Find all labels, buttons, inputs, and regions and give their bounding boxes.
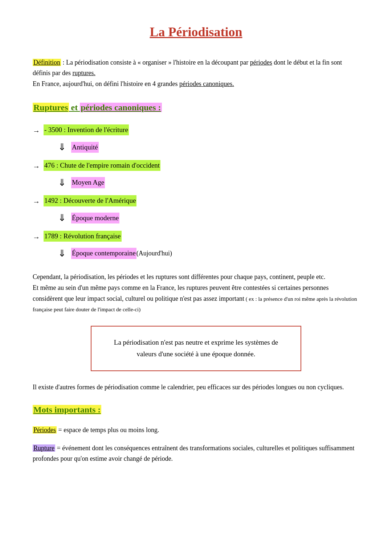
timeline-entry-3: → 1492 : Découverte de l'Amérique <box>33 195 359 208</box>
period-entry-2: ⇓ Moyen Age <box>58 175 359 190</box>
definition-entry-periodes: Périodes = espace de temps plus ou moins… <box>33 425 359 436</box>
definition-text-1: : La périodisation consiste à « organise… <box>61 59 250 66</box>
mots-heading-text: Mots importants : <box>33 405 101 414</box>
rupture-label-2: 476 : Chute de l'empire romain d'occiden… <box>44 160 160 171</box>
timeline-entry-1: → - 3500 : Invention de l'écriture <box>33 124 359 137</box>
rupture-label-1: - 3500 : Invention de l'écriture <box>44 124 129 135</box>
main-text-block: Cependant, la périodisation, les période… <box>33 272 359 315</box>
definition-text-periodes: = espace de temps plus ou moins long. <box>57 426 159 434</box>
down-arrow-icon-2: ⇓ <box>58 175 66 190</box>
other-forms: Il existe d'autres formes de périodisati… <box>33 382 359 393</box>
period-label-4: Époque contemporaine <box>71 248 136 259</box>
definition-word-rupture: Rupture <box>33 444 55 452</box>
mots-section: Mots importants : Périodes = espace de t… <box>33 403 359 464</box>
arrow-icon-1: → <box>33 125 40 137</box>
timeline-entry-2: → 476 : Chute de l'empire romain d'occid… <box>33 160 359 172</box>
line2-text: En France, aujourd'hui, on défini l'hist… <box>33 80 179 87</box>
period-suffix-4: (Aujourd'hui) <box>136 248 172 259</box>
page-title: La Périodisation <box>33 22 359 43</box>
section1-periodes-canoniques: périodes canoniques : <box>80 103 162 112</box>
period-entry-4: ⇓ Époque contemporaine (Aujourd'hui) <box>58 246 359 261</box>
periodes-word: périodes <box>250 59 272 66</box>
rupture-label-4: 1789 : Révolution française <box>44 231 122 242</box>
period-label-2: Moyen Age <box>71 177 105 188</box>
period-entry-1: ⇓ Antiquité <box>58 140 359 155</box>
down-arrow-icon-3: ⇓ <box>58 210 66 226</box>
down-arrow-icon-4: ⇓ <box>58 246 66 261</box>
section1-et: et <box>69 103 80 112</box>
definition-label: Définition <box>33 59 61 66</box>
period-label-3: Époque moderne <box>71 213 119 223</box>
arrow-icon-3: → <box>33 196 40 208</box>
quote-text: La périodisation n'est pas neutre et exp… <box>114 338 278 358</box>
ruptures-word: ruptures. <box>72 69 95 77</box>
definition-word-periodes: Périodes <box>33 426 57 434</box>
timeline-section: → - 3500 : Invention de l'écriture ⇓ Ant… <box>33 124 359 261</box>
definition-entry-rupture: Rupture = événement dont les conséquence… <box>33 443 359 464</box>
period-label-1: Antiquité <box>71 142 99 153</box>
section2-heading: Mots importants : <box>33 403 359 416</box>
quote-box: La périodisation n'est pas neutre et exp… <box>91 326 301 371</box>
intro-block: Définition : La périodisation consiste à… <box>33 57 359 90</box>
section1-ruptures: Ruptures <box>33 103 69 112</box>
definition-text-rupture: = événement dont les conséquences entraî… <box>33 444 355 463</box>
period-entry-3: ⇓ Époque moderne <box>58 210 359 226</box>
rupture-label-3: 1492 : Découverte de l'Amérique <box>44 195 136 206</box>
periodes-canoniques: périodes canoniques. <box>179 80 234 87</box>
arrow-icon-2: → <box>33 161 40 172</box>
main-paragraph-1: Cependant, la périodisation, les période… <box>33 272 359 283</box>
other-forms-text: Il existe d'autres formes de périodisati… <box>33 383 344 391</box>
arrow-icon-4: → <box>33 231 40 243</box>
down-arrow-icon-1: ⇓ <box>58 140 66 155</box>
section1-heading: Ruptures et périodes canoniques : <box>33 100 359 114</box>
timeline-entry-4: → 1789 : Révolution française <box>33 231 359 243</box>
main-paragraph-2: Et même au sein d'un même pays comme en … <box>33 283 359 315</box>
